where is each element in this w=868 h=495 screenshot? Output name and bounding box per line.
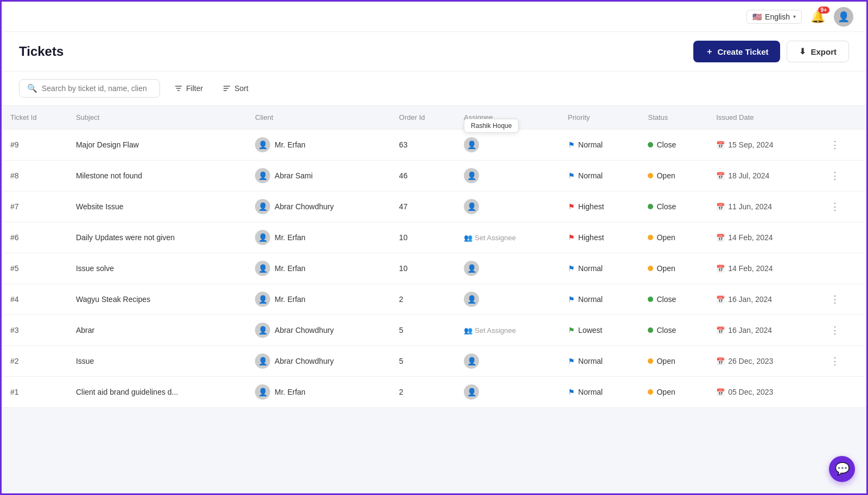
client-avatar: 👤 [255, 230, 270, 245]
assignee-tooltip: Rashik Hoque [464, 119, 519, 133]
calendar-icon: 📅 [716, 326, 725, 335]
language-selector[interactable]: 🇺🇸 English ▾ [746, 10, 802, 24]
search-icon: 🔍 [27, 83, 37, 93]
status-cell: Close [639, 130, 707, 160]
set-assignee-button[interactable]: 👥 Set Assignee [464, 326, 551, 335]
subject-cell: Website Issue [67, 191, 246, 222]
assignee-cell: 👤 [464, 261, 551, 276]
filter-button[interactable]: Filter [169, 81, 208, 96]
client-name: Mr. Erfan [275, 140, 305, 149]
client-cell: 👤 Mr. Erfan [246, 377, 390, 408]
priority-flag-icon: ⚑ [568, 202, 575, 211]
more-actions-cell [819, 377, 866, 408]
assignee-avatar: 👤 [464, 168, 479, 183]
col-issued-date: Issued Date [707, 106, 819, 130]
date-cell: 📅 14 Feb, 2024 [707, 253, 819, 284]
col-status: Status [639, 106, 707, 130]
date-cell: 📅 16 Jan, 2024 [707, 315, 819, 346]
client-name: Abrar Sami [275, 171, 312, 180]
more-options-button[interactable]: ⋮ [828, 201, 842, 212]
notification-button[interactable]: 🔔 9+ [810, 10, 825, 24]
sort-button[interactable]: Sort [217, 81, 254, 96]
status-dot [648, 327, 653, 333]
table-row: #2Issue 👤 Abrar Chowdhury 5 👤 ⚑ Normal O… [2, 346, 866, 377]
client-avatar: 👤 [255, 292, 270, 307]
priority-label: Highest [578, 233, 604, 242]
status-cell: Close [639, 191, 707, 222]
page-title: Tickets [19, 44, 63, 59]
col-order-id: Order Id [391, 106, 455, 130]
table-row: #5Issue solve 👤 Mr. Erfan 10 👤 ⚑ Normal … [2, 253, 866, 284]
more-options-button[interactable]: ⋮ [828, 356, 842, 367]
toolbar: 🔍 Filter Sort [2, 72, 866, 106]
order-id-cell: 2 [391, 284, 455, 315]
client-name: Mr. Erfan [275, 295, 305, 304]
search-box[interactable]: 🔍 [19, 79, 160, 98]
client-avatar: 👤 [255, 353, 270, 369]
order-id-cell: 10 [391, 253, 455, 284]
more-options-button[interactable]: ⋮ [828, 325, 842, 336]
table-row: #3Abrar 👤 Abrar Chowdhury 5 👥 Set Assign… [2, 315, 866, 346]
top-bar: 🇺🇸 English ▾ 🔔 9+ 👤 [2, 2, 866, 32]
status-cell: Open [639, 377, 707, 408]
client-avatar: 👤 [255, 323, 270, 338]
priority-cell: ⚑ Normal [559, 160, 640, 191]
calendar-icon: 📅 [716, 295, 725, 304]
col-subject: Subject [67, 106, 246, 130]
ticket-id-cell: #6 [2, 222, 67, 253]
more-actions-cell [819, 222, 866, 253]
export-button[interactable]: ⬇ Export [787, 41, 849, 62]
date-label: 11 Jun, 2024 [728, 202, 772, 211]
status-dot [648, 266, 653, 271]
client-avatar: 👤 [255, 199, 270, 214]
status-label: Open [656, 171, 675, 180]
chat-icon: 💬 [835, 462, 850, 476]
col-actions [819, 106, 866, 130]
assignee-td: 👤 [455, 346, 559, 377]
date-label: 16 Jan, 2024 [728, 326, 772, 335]
ticket-id-cell: #3 [2, 315, 67, 346]
chevron-down-icon: ▾ [793, 14, 796, 20]
sort-label: Sort [234, 84, 248, 93]
ticket-id-cell: #5 [2, 253, 67, 284]
create-ticket-button[interactable]: ＋ Create Ticket [693, 41, 781, 62]
date-label: 14 Feb, 2024 [728, 233, 773, 242]
order-id-cell: 63 [391, 130, 455, 160]
set-assignee-button[interactable]: 👥 Set Assignee [464, 234, 551, 242]
priority-cell: ⚑ Normal [559, 253, 640, 284]
status-dot [648, 173, 653, 178]
more-actions-cell: ⋮ [819, 130, 866, 160]
date-cell: 📅 18 Jul, 2024 [707, 160, 819, 191]
assignee-cell: 👤 [464, 199, 551, 214]
ticket-id-cell: #8 [2, 160, 67, 191]
order-id-cell: 5 [391, 346, 455, 377]
calendar-icon: 📅 [716, 203, 725, 211]
status-label: Close [656, 295, 676, 304]
priority-label: Lowest [578, 326, 602, 335]
priority-flag-icon: ⚑ [568, 388, 575, 396]
search-input[interactable] [42, 84, 152, 93]
more-options-button[interactable]: ⋮ [828, 294, 842, 305]
client-name: Mr. Erfan [275, 233, 305, 242]
more-options-button[interactable]: ⋮ [828, 170, 842, 181]
more-options-button[interactable]: ⋮ [828, 139, 842, 150]
priority-label: Highest [578, 202, 604, 211]
calendar-icon: 📅 [716, 357, 725, 365]
more-actions-cell: ⋮ [819, 284, 866, 315]
user-avatar[interactable]: 👤 [834, 7, 853, 27]
chat-bubble-button[interactable]: 💬 [829, 456, 855, 482]
status-label: Open [656, 264, 675, 273]
status-dot [648, 358, 653, 364]
priority-flag-icon: ⚑ [568, 326, 575, 335]
assignee-cell: 👤 [464, 168, 551, 183]
language-label: English [765, 12, 790, 21]
status-dot [648, 204, 653, 209]
col-priority: Priority [559, 106, 640, 130]
col-ticket-id: Ticket Id [2, 106, 67, 130]
priority-label: Normal [578, 171, 603, 180]
status-cell: Close [639, 315, 707, 346]
status-cell: Open [639, 160, 707, 191]
calendar-icon: 📅 [716, 172, 725, 180]
assignee-avatar: 👤 [464, 292, 479, 307]
date-label: 14 Feb, 2024 [728, 264, 773, 273]
